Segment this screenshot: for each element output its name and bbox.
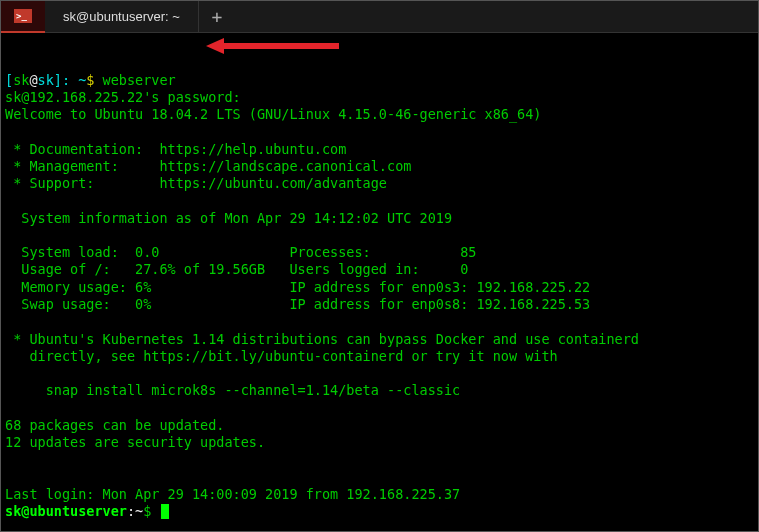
last-login-line: Last login: Mon Apr 29 14:00:09 2019 fro… <box>5 486 460 502</box>
tab-title: sk@ubuntuserver: ~ <box>63 9 180 24</box>
blank-line <box>5 192 13 208</box>
arrow-annotation-icon <box>206 38 339 54</box>
k8s-line: * Ubuntu's Kubernetes 1.14 distributions… <box>5 331 639 347</box>
updates-line: 12 updates are security updates. <box>5 434 265 450</box>
k8s-line: directly, see https://bit.ly/ubuntu-cont… <box>5 348 558 364</box>
prompt-line-local: [sk@sk]: ~$ webserver <box>5 72 176 88</box>
blank-line <box>5 227 13 243</box>
sysinfo-row: System load: 0.0 Processes: 85 <box>5 244 476 260</box>
updates-line: 68 packages can be updated. <box>5 417 224 433</box>
terminal-app-icon[interactable]: >_ <box>1 1 45 33</box>
sysinfo-row: Memory usage: 6% IP address for enp0s3: … <box>5 279 590 295</box>
blank-line <box>5 451 13 467</box>
snap-line: snap install microk8s --channel=1.14/bet… <box>5 382 460 398</box>
typed-command: webserver <box>103 72 176 88</box>
blank-line <box>5 123 13 139</box>
mgmt-line: * Management: https://landscape.canonica… <box>5 158 411 174</box>
blank-line <box>5 469 13 485</box>
prompt-line-remote: sk@ubuntuserver:~$ <box>5 503 169 519</box>
terminal-tab[interactable]: sk@ubuntuserver: ~ <box>45 1 199 33</box>
cursor-icon <box>161 504 169 519</box>
welcome-line: Welcome to Ubuntu 18.04.2 LTS (GNU/Linux… <box>5 106 541 122</box>
password-prompt: sk@192.168.225.22's password: <box>5 89 241 105</box>
blank-line <box>5 313 13 329</box>
support-line: * Support: https://ubuntu.com/advantage <box>5 175 387 191</box>
blank-line <box>5 400 13 416</box>
sysinfo-heading: System information as of Mon Apr 29 14:1… <box>5 210 452 226</box>
new-tab-button[interactable]: + <box>199 1 235 33</box>
tab-bar: >_ sk@ubuntuserver: ~ + <box>1 1 758 33</box>
sysinfo-row: Swap usage: 0% IP address for enp0s8: 19… <box>5 296 590 312</box>
terminal-output[interactable]: [sk@sk]: ~$ webserver sk@192.168.225.22'… <box>1 33 758 524</box>
doc-line: * Documentation: https://help.ubuntu.com <box>5 141 346 157</box>
terminal-glyph-icon: >_ <box>14 9 32 23</box>
sysinfo-row: Usage of /: 27.6% of 19.56GB Users logge… <box>5 261 468 277</box>
blank-line <box>5 365 13 381</box>
